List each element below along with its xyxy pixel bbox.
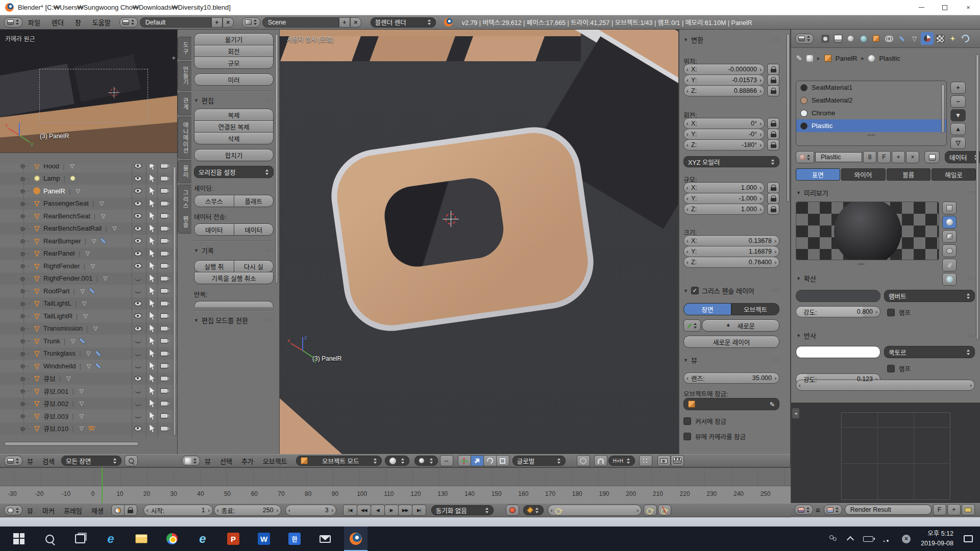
use-preview-range-button[interactable] [111, 505, 125, 516]
layout-name-field[interactable]: Default [140, 17, 211, 28]
object-name[interactable]: Trunkglass [43, 349, 76, 357]
properties-scrollbar[interactable] [976, 54, 979, 340]
breadcrumb-object[interactable]: PanelR [836, 55, 857, 62]
playback-button[interactable]: |◀ [343, 505, 357, 516]
dimension-field[interactable]: Z:0.76400 [683, 257, 779, 268]
specular-shader-dropdown[interactable]: 쿡토르 [884, 346, 975, 358]
renderable-camera-icon[interactable] [160, 176, 168, 181]
playback-button[interactable]: ▶| [412, 505, 426, 516]
scene-name-field[interactable]: Scene [262, 17, 339, 28]
minimize-button[interactable] [910, 0, 933, 15]
outliner-vertical-scrollbar[interactable] [173, 166, 176, 436]
renderable-camera-icon[interactable] [160, 388, 168, 393]
expand-icon[interactable]: ⊕ [20, 263, 26, 269]
image-editor[interactable]: ◂ [791, 403, 980, 503]
selectable-cursor-icon[interactable] [149, 337, 155, 345]
expand-icon[interactable]: ⊕ [20, 388, 26, 394]
current-frame-indicator[interactable] [102, 467, 103, 503]
image-fake-user-button[interactable]: F [933, 504, 946, 515]
move-slot-up-button[interactable]: ▲ [950, 123, 966, 135]
gp-new-layer-button[interactable]: 새로운 레이어 [683, 336, 779, 348]
shelf-tab[interactable]: 도구 [178, 37, 191, 60]
outliner-row[interactable]: ⊕ PanelR | [0, 185, 178, 197]
material-slot-row[interactable]: Chrome [796, 107, 946, 119]
insert-keyframe-button[interactable] [644, 505, 657, 516]
wifi-icon[interactable] [884, 536, 892, 542]
active-keying-set-field[interactable] [548, 505, 642, 516]
snap-target-button[interactable] [639, 455, 652, 466]
taskbar-app-icon[interactable]: P [222, 527, 245, 551]
region-expand-icon[interactable]: + [172, 54, 176, 62]
menu-item[interactable]: 창 [69, 17, 87, 27]
preview-panel-header[interactable]: ▼미리보기∷∷ [796, 188, 975, 197]
properties-tab[interactable] [819, 32, 831, 45]
duplicate-button[interactable]: 복제 [194, 109, 274, 121]
outliner-row[interactable]: ⊕ RearPanel | [0, 247, 178, 260]
object-name[interactable]: 큐브.001 [43, 386, 68, 396]
manipulator-rotate-button[interactable] [483, 455, 497, 466]
object-name[interactable]: RearBumper [43, 237, 81, 245]
object-name[interactable]: 큐브.003 [43, 411, 68, 421]
expand-icon[interactable]: ⊕ [20, 213, 26, 219]
lock-frame-range-icon[interactable] [124, 505, 137, 516]
opengl-render-anim-button[interactable] [671, 455, 684, 466]
renderable-camera-icon[interactable] [160, 263, 168, 268]
expand-icon[interactable]: ⊕ [20, 275, 26, 282]
hardness-slider-clipped[interactable] [796, 380, 975, 391]
material-type-tab[interactable]: 와이어 [841, 168, 886, 181]
move-slot-down-button[interactable]: ▽ [950, 137, 966, 149]
renderable-camera-icon[interactable] [160, 251, 168, 256]
transform-panel-header[interactable]: ▼변환∷∷ [683, 35, 779, 44]
object-name[interactable]: RearBenchSeatRail [43, 224, 102, 232]
mode-panel-header[interactable]: ▼편집 모드를 전환∷∷ [194, 315, 274, 325]
taskbar-app-icon[interactable] [130, 527, 153, 551]
taskbar-app-icon[interactable] [7, 527, 31, 551]
visibility-eye-icon[interactable] [134, 363, 142, 368]
outliner-row[interactable]: ⊕ Transmission | [0, 322, 178, 335]
view-panel-header[interactable]: ▼뷰∷∷ [683, 355, 779, 365]
object-name[interactable]: Transmission [43, 324, 83, 332]
selectable-cursor-icon[interactable] [149, 199, 155, 207]
playback-button[interactable]: ▶▶ [398, 505, 412, 516]
expand-icon[interactable]: ⊕ [20, 338, 26, 344]
visibility-eye-icon[interactable] [134, 288, 142, 293]
properties-tab[interactable] [857, 32, 870, 45]
expand-icon[interactable]: ⊕ [20, 400, 26, 407]
delete-layout-button[interactable]: × [223, 17, 234, 28]
add-scene-button[interactable]: + [339, 17, 350, 28]
visibility-eye-icon[interactable] [134, 176, 142, 181]
undo-button[interactable]: 실행 취 [194, 260, 234, 272]
outliner-row[interactable]: ⊕ 큐브.001 | [0, 385, 178, 397]
editor-type-button[interactable] [795, 34, 814, 44]
selectable-cursor-icon[interactable] [149, 399, 155, 407]
slot-specials-dropdown[interactable]: ▼ [950, 109, 966, 121]
scale-field[interactable]: Z:1.000 [683, 204, 765, 215]
lock-icon[interactable] [767, 64, 779, 75]
taskbar-app-icon[interactable]: W [252, 527, 276, 551]
renderable-camera-icon[interactable] [160, 226, 168, 231]
translate-button[interactable]: 옮기기 [194, 33, 274, 45]
renderable-camera-icon[interactable] [160, 338, 168, 343]
scale-field[interactable]: X:1.000 [683, 182, 765, 193]
object-name[interactable]: TailLightL [43, 299, 71, 307]
location-field[interactable]: X:-0.000000 [683, 64, 765, 75]
taskbar-app-icon[interactable]: e [191, 527, 214, 551]
selectable-cursor-icon[interactable] [149, 324, 155, 332]
n-panel-scrollbar[interactable] [787, 34, 790, 202]
playback-button[interactable]: ◀ [371, 505, 385, 516]
expand-icon[interactable]: ⊕ [20, 188, 26, 194]
object-name[interactable]: Trunk [43, 337, 60, 345]
outliner-filter-dropdown[interactable]: 모든 장면 [61, 456, 121, 466]
object-name[interactable]: 큐브.002 [43, 398, 68, 408]
object-name[interactable]: Lamp [43, 174, 60, 182]
properties-tab[interactable] [895, 32, 908, 45]
selectable-cursor-icon[interactable] [149, 349, 155, 357]
header-menu-item[interactable]: 뷰 [22, 456, 38, 466]
browse-material-dropdown[interactable] [796, 151, 814, 163]
duplicate-linked-button[interactable]: 연결된 복제 [194, 120, 274, 133]
expand-icon[interactable]: ⊕ [20, 200, 26, 207]
location-field[interactable]: Z:0.88866 [683, 85, 765, 96]
visibility-eye-icon[interactable] [134, 251, 142, 256]
outliner-horizontal-scrollbar[interactable] [4, 442, 139, 446]
material-name-field[interactable]: Plasltic [815, 152, 862, 162]
